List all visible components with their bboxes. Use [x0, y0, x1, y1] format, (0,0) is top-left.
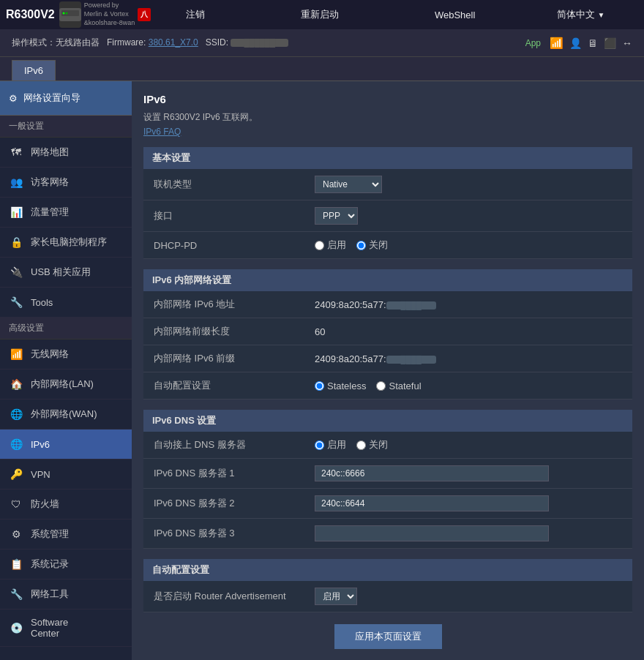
- sidebar-label-syslog: 系统记录: [31, 558, 69, 571]
- auto-config-table: 是否启动 Router Advertisement 启用 禁用: [143, 581, 632, 612]
- auto-config-section-header: 自动配置设置: [143, 559, 632, 581]
- interface-value: PPP ETH: [304, 200, 632, 232]
- sidebar-item-traffic[interactable]: 📊 流量管理: [0, 198, 132, 228]
- sidebar-item-guest-network[interactable]: 👥 访客网络: [0, 168, 132, 198]
- router-image: [59, 1, 81, 28]
- lan-ipv6-prefix-label: 内部网络 IPv6 前缀: [143, 345, 304, 372]
- sidebar-item-ipv6[interactable]: 🌐 IPv6: [0, 430, 132, 460]
- sidebar-section-general: 一般设置: [0, 116, 132, 138]
- wizard-label: 网络设置向导: [23, 91, 80, 105]
- dhcp-pd-disable-radio[interactable]: [356, 241, 366, 250]
- lan-icon: 🏠: [9, 377, 23, 391]
- masked-prefix: ████: [386, 356, 436, 364]
- sidebar-item-network-map[interactable]: 🗺 网络地图: [0, 138, 132, 168]
- traffic-icon: 📊: [9, 205, 23, 220]
- dns1-label: IPv6 DNS 服务器 1: [143, 459, 304, 489]
- dns1-input[interactable]: [315, 465, 549, 481]
- dhcp-pd-enable-radio[interactable]: [315, 241, 324, 250]
- auto-config-radio: Stateless Stateful: [315, 380, 622, 391]
- auto-dns-disable-radio[interactable]: [356, 440, 366, 450]
- ra-value: 启用 禁用: [304, 581, 632, 612]
- sidebar-item-lan[interactable]: 🏠 内部网络(LAN): [0, 370, 132, 400]
- sidebar-item-tools[interactable]: 🔧 Tools: [0, 288, 132, 318]
- dhcp-pd-value: 启用 关闭: [304, 232, 632, 259]
- syslog-icon: 📋: [9, 557, 23, 571]
- sidebar-item-usb[interactable]: 🔌 USB 相关应用: [0, 258, 132, 288]
- connection-type-row: 联机类型 Native DHCPv6 Static IPv6 Disable: [143, 169, 632, 200]
- ipv6-dns-table: 自动接上 DNS 服务器 启用 关闭 IPv6 DNS 服务器 1: [143, 432, 632, 549]
- apply-button[interactable]: 应用本页面设置: [334, 624, 442, 649]
- auto-config-section: 自动配置设置 是否启动 Router Advertisement 启用 禁用: [143, 559, 632, 612]
- ipv6-lan-section: IPv6 内部网络设置 内部网络 IPv6 地址 2409:8a20:5a77:…: [143, 269, 632, 400]
- firmware-version[interactable]: 380.61_X7.0: [149, 37, 198, 48]
- software-center-icon: 💿: [9, 620, 23, 635]
- ra-select[interactable]: 启用 禁用: [315, 588, 357, 605]
- sidebar-label-vpn: VPN: [31, 469, 50, 480]
- lan-ipv6-prefix-text: 2409:8a20:5a77:████: [315, 353, 436, 364]
- sidebar: ⚙ 网络设置向导 一般设置 🗺 网络地图 👥 访客网络 📊 流量管理 🔒 家长电…: [0, 81, 132, 660]
- monitor-icon: 🖥: [588, 37, 598, 49]
- webshell-button[interactable]: WebShell: [420, 5, 490, 25]
- status-left: 操作模式：无线路由器 Firmware: 380.61_X7.0 SSID: █…: [12, 37, 288, 49]
- interface-select[interactable]: PPP ETH: [315, 207, 358, 225]
- sidebar-item-nettools[interactable]: 🔧 网络工具: [0, 580, 132, 610]
- sidebar-label-lan: 内部网络(LAN): [31, 378, 94, 391]
- prefix-len-value: 60: [304, 318, 632, 345]
- sidebar-item-syslog[interactable]: 📋 系统记录: [0, 550, 132, 580]
- powered-by: Powered by Merlin & Vortex &koolshare-8w…: [84, 1, 135, 27]
- language-button[interactable]: 简体中文 ▼: [557, 8, 605, 21]
- sidebar-item-firewall[interactable]: 🛡 防火墙: [0, 490, 132, 520]
- ra-label: 是否启动 Router Advertisement: [143, 581, 304, 612]
- dhcp-pd-enable-label[interactable]: 启用: [315, 239, 346, 252]
- stateless-label[interactable]: Stateless: [315, 380, 366, 391]
- auto-dns-disable-label[interactable]: 关闭: [356, 438, 388, 451]
- lang-arrow-icon: ▼: [598, 11, 605, 19]
- auto-dns-enable-label[interactable]: 启用: [315, 438, 346, 451]
- network-icon: ↔: [622, 37, 632, 49]
- svg-point-2: [62, 12, 64, 15]
- lan-ipv6-prefix-value: 2409:8a20:5a77:████: [304, 345, 632, 372]
- network-map-icon: 🗺: [9, 145, 23, 160]
- sidebar-label-software-center: Software Center: [31, 617, 68, 639]
- usb-app-icon: 🔌: [9, 265, 23, 280]
- sidebar-item-wan[interactable]: 🌐 外部网络(WAN): [0, 400, 132, 430]
- stateless-radio[interactable]: [315, 381, 324, 391]
- logout-button[interactable]: 注销: [171, 4, 220, 26]
- sidebar-label-guest-network: 访客网络: [31, 176, 69, 189]
- dns1-row: IPv6 DNS 服务器 1: [143, 459, 632, 489]
- page-title: IPv6: [143, 93, 632, 105]
- ipv6-dns-section: IPv6 DNS 设置 自动接上 DNS 服务器 启用 关闭 IPv6 DNS …: [143, 410, 632, 549]
- ssid-value: ██████: [231, 39, 288, 47]
- connection-type-value: Native DHCPv6 Static IPv6 Disable: [304, 169, 632, 200]
- sidebar-label-tools: Tools: [31, 297, 53, 308]
- lan-ipv6-prefix-row: 内部网络 IPv6 前缀 2409:8a20:5a77:████: [143, 345, 632, 372]
- ipv6-lan-header: IPv6 内部网络设置: [143, 269, 632, 291]
- dns2-input[interactable]: [315, 495, 549, 511]
- sidebar-label-parental: 家长电脑控制程序: [31, 236, 107, 249]
- stateful-label[interactable]: Stateful: [376, 380, 421, 391]
- sidebar-item-wireless[interactable]: 📶 无线网络: [0, 340, 132, 370]
- sidebar-item-parental[interactable]: 🔒 家长电脑控制程序: [0, 228, 132, 258]
- lan-ipv6-addr-row: 内部网络 IPv6 地址 2409:8a20:5a77:████: [143, 291, 632, 318]
- sidebar-label-nettools: 网络工具: [31, 588, 69, 601]
- vpn-icon: 🔑: [9, 467, 23, 481]
- dhcp-pd-disable-label[interactable]: 关闭: [356, 239, 388, 252]
- lan-ipv6-addr-value: 2409:8a20:5a77:████: [304, 291, 632, 318]
- auto-dns-enable-radio[interactable]: [315, 440, 324, 450]
- guest-network-icon: 👥: [9, 175, 23, 190]
- tab-ipv6[interactable]: IPv6: [12, 60, 56, 80]
- faq-link[interactable]: IPv6 FAQ: [143, 127, 632, 137]
- sidebar-item-software-center[interactable]: 💿 Software Center: [0, 610, 132, 647]
- interface-label: 接口: [143, 200, 304, 232]
- reboot-button[interactable]: 重新启动: [286, 4, 353, 26]
- dns3-input[interactable]: [315, 525, 549, 541]
- stateful-radio[interactable]: [376, 381, 386, 391]
- dhcp-pd-label: DHCP-PD: [143, 232, 304, 259]
- sidebar-wizard[interactable]: ⚙ 网络设置向导: [0, 81, 132, 116]
- connection-type-select[interactable]: Native DHCPv6 Static IPv6 Disable: [315, 176, 382, 193]
- sysadmin-icon: ⚙: [9, 527, 23, 541]
- sidebar-item-vpn[interactable]: 🔑 VPN: [0, 460, 132, 490]
- sidebar-item-sysadmin[interactable]: ⚙ 系统管理: [0, 520, 132, 550]
- sidebar-label-sysadmin: 系统管理: [31, 528, 69, 541]
- ra-row: 是否启动 Router Advertisement 启用 禁用: [143, 581, 632, 612]
